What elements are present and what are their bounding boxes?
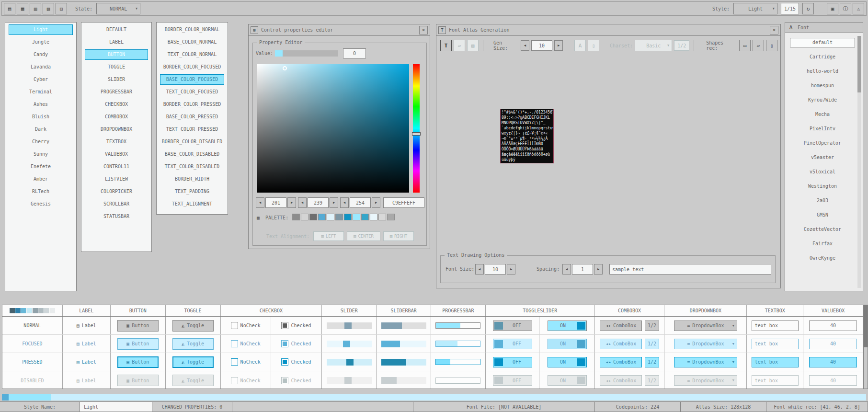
toggleslider-on[interactable]: ON xyxy=(548,320,587,331)
font-list-scrollbar[interactable] xyxy=(857,36,861,288)
textbox-control[interactable]: text box xyxy=(752,339,799,349)
palette-swatch[interactable] xyxy=(344,214,352,220)
property-item[interactable]: BASE_COLOR_NORMAL xyxy=(160,37,224,47)
palette-swatch[interactable] xyxy=(353,214,360,220)
property-item[interactable]: TEXT_COLOR_NORMAL xyxy=(160,49,224,60)
window-titlebar[interactable]: T Font Atlas Generation × xyxy=(436,24,780,36)
toggle-control[interactable]: ◭Toggle xyxy=(172,356,214,368)
charset-letters-button[interactable]: A xyxy=(574,40,586,51)
textbox-control[interactable]: text box xyxy=(752,320,799,331)
control-item[interactable]: LABEL xyxy=(85,37,148,47)
scrollbar-thumb[interactable] xyxy=(9,394,51,401)
control-item[interactable]: TOGGLE xyxy=(85,62,148,72)
style-item[interactable]: RLTech xyxy=(9,186,73,197)
palette-swatch[interactable] xyxy=(361,214,369,220)
style-item[interactable]: Cherry xyxy=(9,137,73,147)
palette-swatch[interactable] xyxy=(378,214,386,220)
slider-control[interactable] xyxy=(327,341,372,347)
font-item[interactable]: hello-world xyxy=(790,67,855,76)
combobox-control[interactable]: ◂▸ComboBox xyxy=(600,339,642,349)
window-titlebar[interactable]: ⊞ Control properties editor × xyxy=(249,24,430,36)
valuebox-control[interactable]: 40 xyxy=(809,357,857,367)
font-item[interactable]: 2a03 xyxy=(790,196,855,206)
load-style-button[interactable]: ▦ xyxy=(17,3,28,14)
property-item[interactable]: TEXT_COLOR_PRESSED xyxy=(160,124,224,135)
style-item[interactable]: Bluish xyxy=(9,112,73,122)
control-item[interactable]: PROGRESSBAR xyxy=(85,87,148,97)
font-item[interactable]: OwreKynge xyxy=(790,253,855,263)
font-item[interactable]: homespun xyxy=(790,81,855,91)
style-item[interactable]: Cyber xyxy=(9,74,73,85)
property-item[interactable]: TEXT_COLOR_DISABLED xyxy=(160,161,224,172)
font-size-increase-button[interactable]: ▶ xyxy=(507,264,515,275)
spacing-value[interactable]: 1 xyxy=(572,264,593,275)
style-item[interactable]: Genesis xyxy=(9,199,73,209)
checkbox-checked[interactable] xyxy=(281,358,288,366)
toggle-control[interactable]: ◭Toggle xyxy=(172,320,214,332)
style-item[interactable]: Lavanda xyxy=(9,62,73,72)
charset-file-button[interactable]: ▯ xyxy=(588,40,599,51)
toggleslider-on[interactable]: ON xyxy=(548,339,587,349)
atlas-image-button[interactable]: ▨ xyxy=(467,40,479,51)
valuebox-control[interactable]: 40 xyxy=(809,320,857,331)
style-item[interactable]: Sunny xyxy=(9,149,73,160)
control-item[interactable]: COMBOBOX xyxy=(85,112,148,122)
style-item[interactable]: Jungle xyxy=(9,37,73,47)
state-dropdown[interactable]: NORMAL ▼ xyxy=(96,3,140,14)
style-item[interactable]: Candy xyxy=(9,49,73,60)
control-item[interactable]: DEFAULT xyxy=(85,24,148,35)
export-style-button[interactable]: ▧ xyxy=(43,3,54,14)
spacing-decrease-button[interactable]: ◀ xyxy=(562,264,571,275)
palette-swatch[interactable] xyxy=(318,214,326,220)
slider-handle[interactable] xyxy=(343,341,350,347)
control-item[interactable]: COLORPICKER xyxy=(85,186,148,197)
control-item[interactable]: SLIDER xyxy=(85,74,148,85)
about-button[interactable]: ⓘ xyxy=(840,3,851,14)
shapes-rec-button[interactable]: ▭ xyxy=(739,40,751,51)
property-item[interactable]: TEXT_COLOR_FOCUSED xyxy=(160,87,224,97)
font-size-decrease-button[interactable]: ◀ xyxy=(475,264,484,275)
control-item[interactable]: LISTVIEW xyxy=(85,174,148,184)
decrease-button[interactable]: ◀ xyxy=(340,197,349,208)
close-button[interactable]: × xyxy=(419,26,428,34)
style-dropdown[interactable]: Light ▼ xyxy=(733,3,777,14)
combobox-counter-button[interactable]: 1/2 xyxy=(645,320,659,331)
font-item[interactable]: default xyxy=(790,38,855,47)
font-item[interactable]: Kyrou7Wide xyxy=(790,95,855,105)
font-size-value[interactable]: 10 xyxy=(485,264,506,275)
style-item[interactable]: Enefete xyxy=(9,161,73,172)
atlas-view-button[interactable]: ▱ xyxy=(454,40,465,51)
toggleslider-on[interactable]: ON xyxy=(548,357,587,367)
property-item[interactable]: BASE_COLOR_PRESSED xyxy=(160,112,224,122)
spacing-increase-button[interactable]: ▶ xyxy=(594,264,603,275)
control-item[interactable]: DROPDOWNBOX xyxy=(85,124,148,135)
align-left-button[interactable]: ▥ LEFT xyxy=(313,231,344,241)
style-name-value[interactable]: Light xyxy=(80,401,152,412)
property-item[interactable]: TEXT_ALIGNMENT xyxy=(160,199,224,209)
slider-handle[interactable] xyxy=(346,359,354,366)
new-style-button[interactable]: ▤ xyxy=(4,3,15,14)
palette-swatch[interactable] xyxy=(327,214,334,220)
palette-swatch[interactable] xyxy=(301,214,308,220)
font-atlas-preview[interactable]: !"#$%&'()*+,-./01234567 89:;<=>?@ABCDEFG… xyxy=(500,109,554,163)
textbox-control[interactable]: text box xyxy=(752,357,799,367)
sliderbar-control[interactable] xyxy=(381,359,426,366)
dropdownbox-control[interactable]: ≡DropdownBox▼ xyxy=(674,320,737,331)
style-item[interactable]: Dark xyxy=(9,124,73,135)
combobox-counter-button[interactable]: 1/2 xyxy=(645,357,659,367)
control-item[interactable]: BUTTON xyxy=(85,49,148,60)
gen-size-decrease-button[interactable]: ◀ xyxy=(521,40,529,51)
combobox-counter-button[interactable]: 1/2 xyxy=(645,339,659,349)
font-item[interactable]: CozetteVector xyxy=(790,225,855,234)
increase-button[interactable]: ▶ xyxy=(287,197,296,208)
palette-swatch[interactable] xyxy=(370,214,377,220)
font-item[interactable]: Fairfax xyxy=(790,239,855,249)
control-item[interactable]: VALUEBOX xyxy=(85,149,148,160)
button-control[interactable]: ▣Button xyxy=(117,356,159,368)
font-item[interactable]: PixelOperator xyxy=(790,138,855,148)
palette-swatch[interactable] xyxy=(292,214,300,220)
decrease-button[interactable]: ◀ xyxy=(256,197,264,208)
checkbox-unchecked[interactable] xyxy=(231,322,238,329)
palette-swatch[interactable] xyxy=(387,214,395,220)
checkbox-unchecked[interactable] xyxy=(231,358,238,366)
